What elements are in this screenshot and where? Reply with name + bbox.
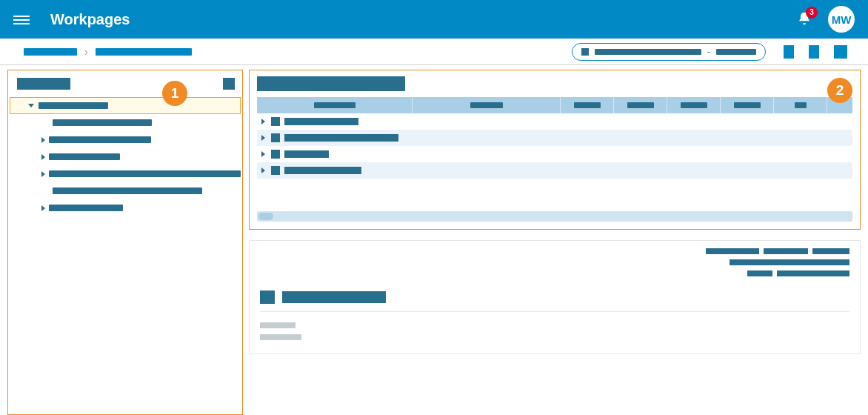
caret-right-icon[interactable] (41, 154, 45, 160)
sidebar-title (17, 78, 70, 90)
column-header-label (627, 102, 654, 108)
detail-body (260, 311, 849, 340)
filter-text-1 (595, 49, 701, 55)
horizontal-scrollbar[interactable] (257, 211, 852, 222)
notification-badge: 3 (806, 7, 818, 19)
expand-icon[interactable] (261, 135, 265, 141)
toolbar-button-1[interactable] (784, 45, 794, 59)
caret-right-icon[interactable] (41, 205, 45, 211)
breadcrumb-item-1[interactable] (24, 48, 77, 56)
column-header-4[interactable] (667, 97, 721, 113)
sidebar-action-button[interactable] (223, 78, 235, 90)
column-header-2[interactable] (561, 97, 614, 113)
meta-text (706, 248, 759, 254)
column-header-label (470, 102, 503, 108)
row-name-label (284, 118, 358, 125)
tree-item-label (49, 205, 123, 211)
detail-title-row (260, 290, 849, 304)
tree-item-label (49, 136, 151, 143)
tree-item-4[interactable] (10, 165, 241, 182)
column-header-1[interactable] (413, 97, 561, 113)
app-title: Workpages (50, 11, 130, 28)
row-name-label (284, 167, 361, 174)
row-status-icon (271, 117, 280, 126)
toolbar-button-2[interactable] (809, 45, 819, 59)
column-header-6[interactable] (774, 97, 827, 113)
detail-meta (701, 248, 849, 282)
top-bar: Workpages 3 MW (0, 0, 868, 39)
expand-icon[interactable] (261, 151, 265, 157)
callout-badge-1: 1 (162, 81, 187, 106)
caret-right-icon[interactable] (41, 137, 45, 143)
row-name-label (284, 150, 329, 158)
notifications-button[interactable]: 3 (797, 11, 812, 28)
grid-panel: 2 (249, 70, 861, 230)
content-area: 2 (249, 70, 861, 415)
meta-text (747, 270, 772, 276)
breadcrumb-bar: › - (0, 39, 868, 65)
detail-icon (260, 290, 275, 304)
toolbar-button-3[interactable] (834, 45, 847, 59)
table-row[interactable] (257, 113, 852, 130)
meta-text (730, 259, 849, 265)
tree-item-label (49, 153, 120, 160)
tree-item-1[interactable] (10, 114, 241, 131)
tree-item-0[interactable] (10, 97, 241, 114)
tree-item-6[interactable] (10, 199, 241, 216)
tree-item-2[interactable] (10, 131, 241, 148)
hamburger-icon[interactable] (13, 13, 30, 25)
main-area: 1 2 (0, 65, 868, 415)
caret-down-icon[interactable] (28, 104, 34, 107)
callout-badge-2: 2 (827, 78, 852, 103)
navigation-tree (8, 97, 242, 216)
grid-header-row (257, 97, 852, 113)
table-row[interactable] (257, 146, 852, 162)
table-row[interactable] (257, 130, 852, 146)
table-row[interactable] (257, 162, 852, 179)
detail-panel (249, 240, 861, 354)
chevron-right-icon: › (84, 46, 88, 58)
grid-body (257, 113, 852, 179)
detail-text-line (260, 334, 301, 340)
row-status-icon (271, 150, 280, 159)
grid-title (257, 76, 405, 91)
breadcrumb-item-2[interactable] (96, 48, 192, 56)
filter-text-2 (716, 49, 756, 55)
column-header-label (795, 102, 807, 108)
meta-text (812, 248, 849, 254)
meta-text (764, 248, 808, 254)
column-header-label (574, 102, 601, 108)
expand-icon[interactable] (261, 119, 265, 124)
row-status-icon (271, 133, 280, 142)
column-header-label (314, 102, 355, 108)
column-header-0[interactable] (257, 97, 413, 113)
filter-pill[interactable]: - (572, 43, 766, 61)
tree-item-label (49, 170, 241, 177)
meta-text (777, 270, 849, 276)
column-header-3[interactable] (614, 97, 667, 113)
tree-item-label (53, 187, 202, 194)
user-avatar[interactable]: MW (828, 6, 855, 33)
caret-right-icon[interactable] (41, 171, 45, 177)
tree-item-label (39, 102, 108, 109)
row-status-icon (271, 166, 280, 175)
tree-item-5[interactable] (10, 182, 241, 199)
column-header-5[interactable] (721, 97, 774, 113)
sidebar-header (8, 76, 242, 97)
filter-icon (581, 48, 589, 56)
scrollbar-thumb[interactable] (258, 213, 273, 220)
expand-icon[interactable] (261, 167, 265, 173)
tree-item-label (53, 119, 152, 126)
detail-title (282, 291, 386, 303)
column-header-label (681, 102, 707, 108)
sidebar-panel: 1 (7, 70, 243, 415)
detail-text-line (260, 322, 296, 328)
column-header-label (734, 102, 761, 108)
tree-item-3[interactable] (10, 148, 241, 165)
row-name-label (284, 134, 398, 142)
